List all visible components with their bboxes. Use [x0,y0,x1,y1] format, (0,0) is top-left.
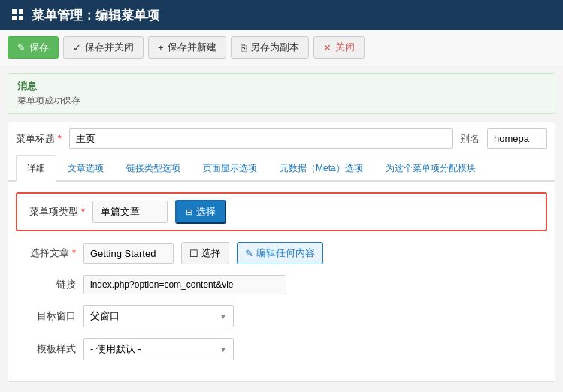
article-edit-button[interactable]: ✎ 编辑任何内容 [237,242,323,264]
template-row: 模板样式 - 使用默认 - ▼ [16,338,547,360]
required-marker: * [58,133,62,144]
link-row: 链接 [16,275,547,294]
link-label: 链接 [16,278,76,291]
message-text: 菜单项成功保存 [17,95,546,107]
title-label: 菜单标题 * [16,132,62,146]
grid-icon [12,9,24,21]
save-copy-button[interactable]: ⎘ 另存为副本 [231,36,309,59]
chevron-down-icon2: ▼ [219,345,227,354]
tab-detail[interactable]: 详细 [16,155,56,182]
tab-meta[interactable]: 元数据（Meta）选项 [268,155,374,182]
article-value: Getting Started [83,243,174,264]
tab-content: 菜单项类型 * 单篇文章 ⊞ 选择 ← 选择文章 * Getting Start… [8,182,555,381]
close-icon: ✕ [323,42,331,53]
menu-type-row: 菜单项类型 * 单篇文章 ⊞ 选择 ← [16,192,547,231]
tab-article-options[interactable]: 文章选项 [56,155,115,182]
page-title: 菜单管理：编辑菜单项 [32,7,159,24]
alias-input[interactable] [487,128,547,149]
target-label: 目标窗口 [16,309,76,323]
chevron-down-icon: ▼ [219,312,227,321]
plus-icon: + [158,42,164,53]
save-icon: ✎ [17,42,26,53]
tab-link-type[interactable]: 链接类型选项 [115,155,192,182]
check-icon: ✓ [73,42,81,53]
toolbar: ✎ 保存 ✓ 保存并关闭 + 保存并新建 ⎘ 另存为副本 ✕ 关闭 [0,30,563,65]
save-button[interactable]: ✎ 保存 [8,36,59,59]
message-box: 消息 菜单项成功保存 [8,73,555,114]
tab-module[interactable]: 为这个菜单项分配模块 [374,155,487,182]
required-marker3: * [72,247,76,258]
menu-type-label: 菜单项类型 * [25,205,85,219]
template-dropdown[interactable]: - 使用默认 - ▼ [83,338,234,360]
edit-icon: ✎ [245,248,253,259]
article-label: 选择文章 * [16,246,76,260]
form-area: 菜单标题 * 别名 详细 文章选项 链接类型选项 页面显示选项 元数据（Meta… [8,122,555,382]
close-button[interactable]: ✕ 关闭 [313,36,365,59]
save-close-button[interactable]: ✓ 保存并关闭 [63,36,144,59]
article-select-button[interactable]: ☐ 选择 [181,242,229,264]
menu-type-select-button[interactable]: ⊞ 选择 [175,200,226,224]
article-row: 选择文章 * Getting Started ☐ 选择 ✎ 编辑任何内容 [16,242,547,264]
template-label: 模板样式 [16,342,76,356]
tabs-bar: 详细 文章选项 链接类型选项 页面显示选项 元数据（Meta）选项 为这个菜单项… [8,155,555,182]
header: 菜单管理：编辑菜单项 [0,0,563,30]
message-title: 消息 [17,80,546,93]
title-input[interactable] [69,128,453,149]
alias-label: 别名 [460,132,480,146]
tab-page-display[interactable]: 页面显示选项 [192,155,268,182]
target-row: 目标窗口 父窗口 ▼ [16,305,547,327]
grid-small-icon: ⊞ [186,207,192,217]
checkbox-icon: ☐ [189,248,198,259]
save-new-button[interactable]: + 保存并新建 [148,36,226,59]
menu-type-value: 单篇文章 [92,201,168,223]
target-dropdown[interactable]: 父窗口 ▼ [83,305,234,327]
title-row: 菜单标题 * 别名 [8,122,555,155]
copy-icon: ⎘ [241,42,247,53]
link-input[interactable] [83,275,286,294]
required-marker2: * [81,206,85,217]
